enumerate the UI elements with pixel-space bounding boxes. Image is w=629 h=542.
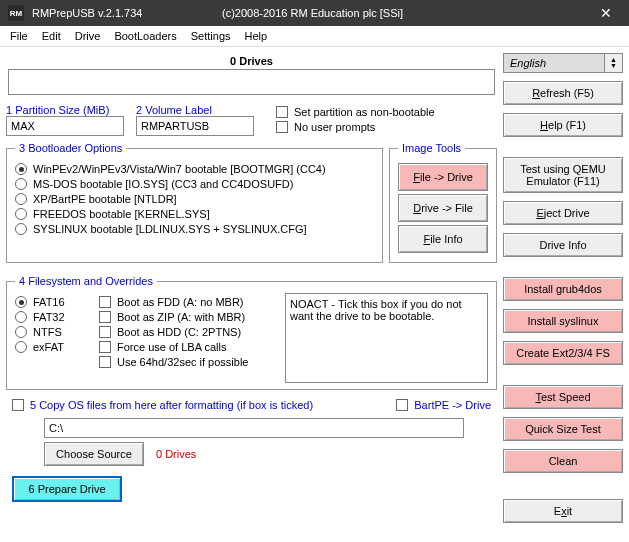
language-selector[interactable]: English ▲▼ — [503, 53, 623, 73]
fs-chk-64hd-label: Use 64hd/32sec if possible — [117, 356, 248, 368]
create-ext-button[interactable]: Create Ext2/3/4 FS — [503, 341, 623, 365]
exit-button[interactable]: Exit — [503, 499, 623, 523]
boot-label-freedos: FREEDOS bootable [KERNEL.SYS] — [33, 208, 210, 220]
source-path-input[interactable] — [44, 418, 464, 438]
nonbootable-label: Set partition as non-bootable — [294, 106, 435, 118]
fs-label-fat16: FAT16 — [33, 296, 65, 308]
qemu-button[interactable]: Test using QEMUEmulator (F11) — [503, 157, 623, 193]
boot-label-xp: XP/BartPE bootable [NTLDR] — [33, 193, 177, 205]
copy-os-checkbox[interactable] — [12, 399, 24, 411]
help-button[interactable]: Help (F1) — [503, 113, 623, 137]
fs-chk-fdd[interactable] — [99, 296, 111, 308]
bartpe-label: BartPE -> Drive — [414, 399, 491, 411]
copy-os-label: 5 Copy OS files from here after formatti… — [30, 399, 313, 411]
drive-info-button[interactable]: Drive Info — [503, 233, 623, 257]
menu-drive[interactable]: Drive — [75, 30, 101, 42]
boot-radio-winpe[interactable] — [15, 163, 27, 175]
spinner-arrows-icon[interactable]: ▲▼ — [605, 53, 623, 73]
fs-label-fat32: FAT32 — [33, 311, 65, 323]
choose-source-button[interactable]: Choose Source — [44, 442, 144, 466]
fs-chk-zip-label: Boot as ZIP (A: with MBR) — [117, 311, 245, 323]
bootloader-options-group: 3 Bootloader Options WinPEv2/WinPEv3/Vis… — [6, 142, 383, 263]
fs-radio-fat32[interactable] — [15, 311, 27, 323]
fs-label-ntfs: NTFS — [33, 326, 62, 338]
fs-note: NOACT - Tick this box if you do not want… — [285, 293, 488, 383]
partition-size-input[interactable] — [6, 116, 124, 136]
filesystem-group: 4 Filesystem and Overrides FAT16 FAT32 N… — [6, 275, 497, 390]
prepare-drive-button[interactable]: 6 Prepare Drive — [12, 476, 122, 502]
fs-chk-lba-label: Force use of LBA calls — [117, 341, 226, 353]
boot-label-msdos: MS-DOS bootable [IO.SYS] (CC3 and CC4DOS… — [33, 178, 293, 190]
titlebar: RM RMPrepUSB v.2.1.734 (c)2008-2016 RM E… — [0, 0, 629, 26]
window-subtitle: (c)2008-2016 RM Education plc [SSi] — [222, 7, 403, 19]
volume-label-label: 2 Volume Label — [136, 104, 254, 116]
close-icon[interactable]: ✕ — [591, 5, 621, 21]
noprompts-checkbox[interactable] — [276, 121, 288, 133]
install-grub4dos-button[interactable]: Install grub4dos — [503, 277, 623, 301]
test-speed-button[interactable]: Test Speed — [503, 385, 623, 409]
drive-to-file-button[interactable]: Drive -> File — [398, 194, 488, 222]
boot-radio-msdos[interactable] — [15, 178, 27, 190]
bootloader-legend: 3 Bootloader Options — [15, 142, 126, 154]
copy-status: 0 Drives — [156, 448, 196, 460]
fs-chk-64hd[interactable] — [99, 356, 111, 368]
fs-chk-lba[interactable] — [99, 341, 111, 353]
noprompts-label: No user prompts — [294, 121, 375, 133]
filesystem-legend: 4 Filesystem and Overrides — [15, 275, 157, 287]
menu-help[interactable]: Help — [245, 30, 268, 42]
clean-button[interactable]: Clean — [503, 449, 623, 473]
menu-bootloaders[interactable]: BootLoaders — [114, 30, 176, 42]
menubar: File Edit Drive BootLoaders Settings Hel… — [0, 26, 629, 47]
file-to-drive-button[interactable]: FFile -> Driveile -> Drive — [398, 163, 488, 191]
image-tools-group: Image Tools FFile -> Driveile -> Drive D… — [389, 142, 497, 263]
nonbootable-checkbox[interactable] — [276, 106, 288, 118]
drives-list[interactable] — [8, 69, 495, 95]
install-syslinux-button[interactable]: Install syslinux — [503, 309, 623, 333]
fs-radio-fat16[interactable] — [15, 296, 27, 308]
boot-radio-freedos[interactable] — [15, 208, 27, 220]
image-tools-legend: Image Tools — [398, 142, 465, 154]
eject-drive-button[interactable]: Eject Drive — [503, 201, 623, 225]
boot-radio-syslinux[interactable] — [15, 223, 27, 235]
quick-size-test-button[interactable]: Quick Size Test — [503, 417, 623, 441]
drives-count-label: 0 Drives — [6, 53, 497, 69]
fs-radio-ntfs[interactable] — [15, 326, 27, 338]
boot-label-syslinux: SYSLINUX bootable [LDLINUX.SYS + SYSLINU… — [33, 223, 307, 235]
file-info-button[interactable]: File Info — [398, 225, 488, 253]
menu-file[interactable]: File — [10, 30, 28, 42]
volume-label-input[interactable] — [136, 116, 254, 136]
app-icon: RM — [8, 5, 24, 21]
window-title: RMPrepUSB v.2.1.734 — [32, 7, 222, 19]
fs-chk-fdd-label: Boot as FDD (A: no MBR) — [117, 296, 244, 308]
boot-label-winpe: WinPEv2/WinPEv3/Vista/Win7 bootable [BOO… — [33, 163, 326, 175]
partition-size-label: 1 Partition Size (MiB) — [6, 104, 124, 116]
refresh-button[interactable]: Refresh (F5) — [503, 81, 623, 105]
menu-settings[interactable]: Settings — [191, 30, 231, 42]
fs-chk-hdd-label: Boot as HDD (C: 2PTNS) — [117, 326, 241, 338]
fs-chk-zip[interactable] — [99, 311, 111, 323]
language-value: English — [503, 53, 605, 73]
boot-radio-xp[interactable] — [15, 193, 27, 205]
fs-label-exfat: exFAT — [33, 341, 64, 353]
menu-edit[interactable]: Edit — [42, 30, 61, 42]
fs-chk-hdd[interactable] — [99, 326, 111, 338]
bartpe-checkbox[interactable] — [396, 399, 408, 411]
fs-radio-exfat[interactable] — [15, 341, 27, 353]
